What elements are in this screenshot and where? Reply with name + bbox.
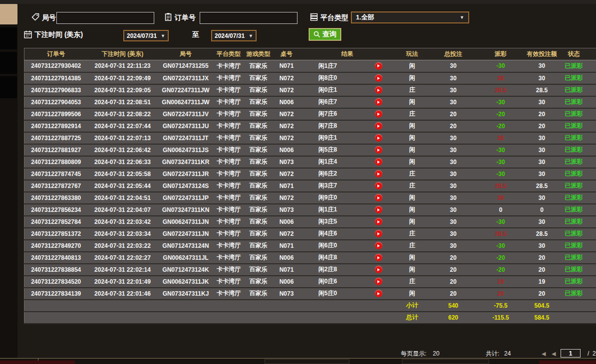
table-row: 240731227863380 2024-07-31 22:04:51 GN07… [24,192,596,204]
platform-cell: 卡卡湾厅 [214,276,244,288]
page-input[interactable] [561,349,581,358]
order-id-cell: 240731227852784 [24,216,88,228]
game-type-cell: 百家乐 [244,156,274,168]
order-id-cell: 240731227892914 [24,120,88,132]
table-no-cell: N006 [274,144,300,156]
result-text: 闲6庄0 [300,241,356,250]
sidebar-tab[interactable] [0,52,17,74]
play-video-icon[interactable] [375,290,382,297]
bet-time-cell: 2024-07-31 22:01:46 [88,288,158,300]
result-cell: 闲6庄7 [300,96,395,108]
play-video-icon[interactable] [375,194,382,201]
play-video-icon[interactable] [375,74,382,82]
list-footer: 每页显示: 20 共计: 24 ◀ ◀ / 2 [17,348,596,359]
play-video-icon[interactable] [375,110,382,118]
play-video-icon[interactable] [375,98,382,106]
round-id-cell: GN072247311JR [158,168,214,180]
status-cell: 已派彩 [560,252,589,264]
game-type-cell: 百家乐 [244,144,274,156]
valid-bet-cell: 20 [525,120,560,132]
game-type-cell: 百家乐 [244,120,274,132]
payout-cell: 19 [477,276,525,288]
order-input[interactable] [200,12,298,24]
total-bet-cell: 30 [430,144,477,156]
play-cell: 庄 [395,84,430,96]
query-button-label: 查询 [322,30,336,39]
play-cell: 闲 [395,120,430,132]
query-button[interactable]: 查询 [308,28,341,41]
valid-bet-cell: 30 [525,156,560,168]
bet-time-cell: 2024-07-31 22:08:51 [88,96,158,108]
date-from-select[interactable]: 2024/07/31 ▼ [123,30,169,41]
play-video-icon[interactable] [375,230,382,237]
payout-cell: 30 [477,72,525,84]
background-fragment [539,361,596,364]
first-page-icon[interactable]: ◀ [542,348,546,359]
order-id-cell: 240731227872767 [24,180,88,192]
subtotal-payout: -75.5 [477,300,525,312]
result-text: 闲2庄8 [300,265,356,274]
play-cell: 闲 [395,204,430,216]
prev-page-icon[interactable]: ◀ [552,348,556,359]
total-payout: -115.5 [477,312,525,324]
valid-bet-cell: 20 [525,108,560,120]
play-video-icon[interactable] [375,158,382,166]
sidebar-tab[interactable] [0,27,17,49]
count-label: 共计: [486,348,499,359]
order-id-cell: 240731227840813 [24,252,88,264]
play-video-icon[interactable] [375,218,382,225]
game-type-cell: 百家乐 [244,132,274,144]
valid-bet-cell: 30 [525,216,560,228]
play-video-icon[interactable] [375,182,382,189]
table-no-cell: N072 [274,192,300,204]
sidebar-tab[interactable] [0,76,17,98]
result-text: 闲3庄7 [300,182,356,190]
play-video-icon[interactable] [375,266,382,273]
date-to-select[interactable]: 2024/07/31 ▼ [211,30,257,41]
platform-select[interactable]: 1.全部 ▼ [351,11,469,23]
total-bet-cell: 30 [430,60,477,72]
round-id-cell: GN072247311JV [158,108,214,120]
play-video-icon[interactable] [375,278,382,285]
to-label: 至 [192,30,199,39]
calendar-icon [23,30,32,39]
round-input[interactable] [56,12,154,24]
per-page-label: 每页显示: [401,348,426,359]
play-cell: 闲 [395,156,430,168]
records-table: 订单号下注时间 (美东)局号平台类型游戏类型桌号结果玩法总投注派彩有效投注额状态… [24,48,596,324]
play-video-icon[interactable] [375,146,382,154]
payout-cell: -30 [477,156,525,168]
bet-time-cell: 2024-07-31 22:07:13 [88,132,158,144]
play-video-icon[interactable] [375,62,382,70]
order-id-cell: 240731227914385 [24,72,88,84]
status-cell: 已派彩 [560,120,589,132]
play-video-icon[interactable] [375,242,382,249]
table-row: 240731227892914 2024-07-31 22:07:44 GN07… [24,120,596,132]
play-video-icon[interactable] [375,206,382,213]
order-id-cell: 240731227863380 [24,192,88,204]
table-row: 240731227904053 2024-07-31 22:08:51 GN00… [24,96,596,108]
extra-cell [589,72,596,84]
game-type-cell: 百家乐 [244,264,274,276]
play-video-icon[interactable] [375,170,382,178]
payout-cell: -30 [477,216,525,228]
order-id-cell: 240731227906833 [24,84,88,96]
payout-cell: -20 [477,264,525,276]
play-video-icon[interactable] [375,134,382,142]
play-video-icon[interactable] [375,254,382,261]
total-total-bet: 620 [430,312,477,324]
records-table-wrap: 订单号下注时间 (美东)局号平台类型游戏类型桌号结果玩法总投注派彩有效投注额状态… [24,48,596,324]
table-body: 240731227930402 2024-07-31 22:11:23 GN07… [24,60,596,300]
play-video-icon[interactable] [375,122,382,130]
column-header: 有效投注额 [525,48,560,60]
order-id-cell: 240731227899506 [24,108,88,120]
game-type-cell: 百家乐 [244,72,274,84]
valid-bet-cell: 30 [525,144,560,156]
round-id-cell: GN073247311KJ [158,288,214,300]
game-type-cell: 百家乐 [244,96,274,108]
game-type-cell: 百家乐 [244,192,274,204]
bet-time-cell: 2024-07-31 22:05:44 [88,180,158,192]
play-cell: 庄 [395,276,430,288]
order-id-cell: 240731227856234 [24,204,88,216]
play-video-icon[interactable] [375,86,382,94]
